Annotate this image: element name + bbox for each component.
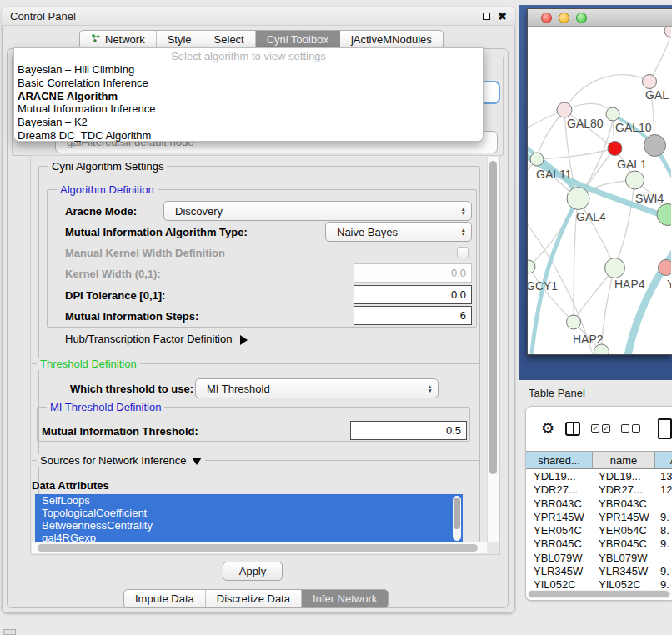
mi-type-value: Naive Bayes xyxy=(337,226,398,238)
table-row[interactable]: YBL079WYBL079W xyxy=(526,552,672,565)
network-node[interactable] xyxy=(567,315,581,329)
table-cell: YDL19... xyxy=(526,470,593,483)
tab-discretize-data[interactable]: Discretize Data xyxy=(206,590,302,608)
network-node[interactable] xyxy=(659,260,672,276)
algorithm-popup-item[interactable]: Basic Correlation Inference xyxy=(14,77,483,90)
aracne-mode-label: Aracne Mode: xyxy=(65,205,137,218)
table-cell: YBL079W xyxy=(526,552,593,565)
apply-button[interactable]: Apply xyxy=(223,562,283,581)
network-node[interactable] xyxy=(530,152,544,166)
table-row[interactable]: YIL052CYIL052C9. xyxy=(526,578,672,589)
mi-threshold-group-title: MI Threshold Definition xyxy=(47,401,164,413)
table-row[interactable]: YBR043CYBR043C xyxy=(526,498,672,511)
tab-jactivemnodules[interactable]: jActiveMNodules xyxy=(340,31,443,48)
table-row[interactable]: YLR345WYLR345W9. xyxy=(526,565,672,578)
chevron-up-down-icon: ▲▼ xyxy=(461,228,466,237)
tab-jactivemnodules-label: jActiveMNodules xyxy=(351,33,432,46)
tab-style[interactable]: Style xyxy=(157,31,203,48)
mi-threshold-field[interactable]: 0.5 xyxy=(350,421,467,440)
tab-select[interactable]: Select xyxy=(203,31,256,48)
table-row[interactable]: YBR045CYBR045C9. xyxy=(526,538,672,551)
network-node[interactable] xyxy=(657,204,671,226)
table-horizontal-scrollbar[interactable] xyxy=(528,590,671,598)
bottom-tabs: Impute Data Discretize Data Infer Networ… xyxy=(123,589,389,608)
network-tab-icon xyxy=(91,33,101,46)
triangle-down-icon xyxy=(192,458,202,465)
split-view-icon[interactable] xyxy=(565,422,580,436)
sources-group-title[interactable]: Sources for Network Inference xyxy=(37,454,205,467)
close-traffic-light-icon[interactable] xyxy=(541,12,552,23)
triangle-right-icon xyxy=(240,335,248,345)
network-node[interactable] xyxy=(608,142,622,156)
mi-steps-field[interactable]: 6 xyxy=(354,306,472,325)
data-attribute-item[interactable]: TopologicalCoefficient xyxy=(35,507,463,519)
zoom-traffic-light-icon[interactable] xyxy=(576,12,587,23)
column-header-name[interactable]: name xyxy=(593,452,655,468)
table-cell: 9. xyxy=(655,538,672,551)
algorithm-popup-item[interactable]: Mutual Information Inference xyxy=(14,102,483,116)
column-header-shared-name[interactable]: shared... xyxy=(526,452,593,468)
table-row[interactable]: YDL19...YDL19...13 xyxy=(526,470,672,483)
data-attribute-item[interactable]: SelfLoops xyxy=(35,494,463,507)
mi-type-combo[interactable]: Naive Bayes ▲▼ xyxy=(325,222,472,242)
network-node[interactable] xyxy=(557,102,572,118)
table-row[interactable]: YDR27...YDR27...12 xyxy=(526,483,672,497)
minimize-traffic-light-icon[interactable] xyxy=(559,12,569,23)
aracne-mode-combo[interactable]: Discovery ▲▼ xyxy=(163,201,472,221)
column-header-third[interactable]: A xyxy=(655,452,672,468)
tab-network[interactable]: Network xyxy=(80,31,157,48)
float-window-icon[interactable] xyxy=(483,12,490,20)
collapsed-panel-icon[interactable] xyxy=(3,629,16,635)
attr-list-scrollbar[interactable] xyxy=(453,496,461,541)
control-panel-title: Control Panel xyxy=(10,10,76,22)
data-attribute-item[interactable]: BetweennessCentrality xyxy=(35,519,463,532)
network-node[interactable] xyxy=(626,171,644,189)
data-attributes-list[interactable]: SelfLoopsTopologicalCoefficientBetweenne… xyxy=(35,494,463,542)
settings-horizontal-scrollbar[interactable] xyxy=(32,542,487,553)
network-node[interactable] xyxy=(664,27,671,38)
manual-kernel-checkbox[interactable] xyxy=(457,247,469,258)
deselect-all-checkboxes-icon[interactable] xyxy=(621,424,640,432)
network-node-label: GAL80 xyxy=(567,117,604,130)
network-node-label: GAL10 xyxy=(615,121,652,134)
tab-impute-data[interactable]: Impute Data xyxy=(124,590,206,608)
data-attribute-item[interactable]: gal4RGexp xyxy=(35,532,463,542)
table-cell: YBR045C xyxy=(526,538,593,551)
table-cell: YLR345W xyxy=(526,565,593,578)
algorithm-popup-placeholder: Select algorithm to view settings xyxy=(14,49,483,63)
which-threshold-value: MI Threshold xyxy=(207,382,270,395)
hub-definition-toggle[interactable]: Hub/Transcription Factor Definition xyxy=(65,332,248,345)
table-row[interactable]: YPR145WYPR145W9. xyxy=(526,511,672,524)
tab-infer-network[interactable]: Infer Network xyxy=(302,590,388,608)
attr-items-holder: SelfLoopsTopologicalCoefficientBetweenne… xyxy=(35,494,463,542)
table-cell: 12 xyxy=(655,483,672,497)
network-node[interactable] xyxy=(605,258,625,278)
dpi-tolerance-field[interactable]: 0.0 xyxy=(354,285,472,304)
sources-title-text: Sources for Network Inference xyxy=(40,454,187,467)
network-window: GAL80GALGAL10GAL1SWI4GAL11GAL4GCY1HAP4YH… xyxy=(527,8,672,355)
network-node[interactable] xyxy=(606,108,619,121)
kernel-width-label: Kernel Width (0,1): xyxy=(65,268,161,280)
table-row[interactable]: YER054CYER054C8. xyxy=(526,524,672,538)
select-all-checkboxes-icon[interactable]: ✓✓ xyxy=(591,424,610,432)
algorithm-popup-item[interactable]: Dream8 DC_TDC Algorithm xyxy=(14,129,483,142)
network-window-titlebar[interactable] xyxy=(528,9,672,27)
which-threshold-combo[interactable]: MI Threshold ▲▼ xyxy=(195,378,439,398)
settings-vertical-scrollbar[interactable] xyxy=(487,157,499,542)
gear-icon[interactable]: ⚙ xyxy=(541,421,554,436)
algorithm-popup-item[interactable]: Bayesian – Hill Climbing xyxy=(14,63,483,77)
network-node[interactable] xyxy=(567,188,589,210)
table-cell: YBR043C xyxy=(593,498,655,511)
algorithm-popup-item[interactable]: Bayesian – K2 xyxy=(14,116,483,129)
network-node[interactable] xyxy=(644,135,666,157)
tab-cyni-toolbox[interactable]: Cyni Toolbox xyxy=(256,31,340,48)
algorithm-popup-item[interactable]: ARACNE Algorithm xyxy=(14,90,483,103)
document-icon[interactable] xyxy=(658,418,672,439)
close-icon[interactable]: ✖ xyxy=(498,11,507,22)
table-toolbar: ⚙ ✓✓ xyxy=(526,407,672,450)
network-node[interactable] xyxy=(643,75,657,89)
network-canvas[interactable]: GAL80GALGAL10GAL1SWI4GAL11GAL4GCY1HAP4YH… xyxy=(528,27,671,354)
table-cell: YDR27... xyxy=(593,483,655,497)
tab-select-label: Select xyxy=(214,33,244,46)
kernel-width-field[interactable]: 0.0 xyxy=(354,263,472,282)
